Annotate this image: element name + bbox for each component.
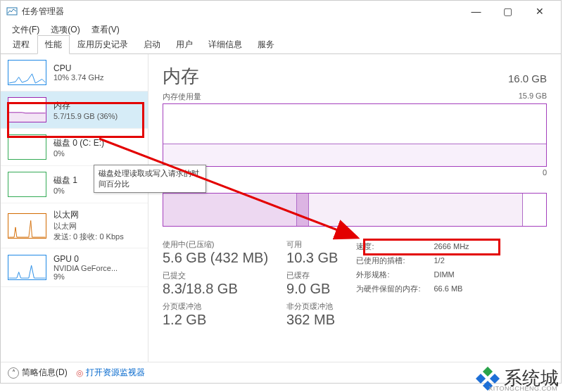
- speed-val: 2666 MHz: [434, 242, 469, 251]
- disk-tooltip: 磁盘处理读取或写入请求的时间百分比: [94, 165, 206, 193]
- sidebar-item-gpu0[interactable]: GPU 0 NVIDIA GeForce... 9%: [1, 248, 148, 287]
- memory-kv-table: 速度:2666 MHz 已使用的插槽:1/2 外形规格:DIMM 为硬件保留的内…: [356, 239, 469, 328]
- svg-rect-1: [9, 113, 46, 122]
- cpu-title: CPU: [53, 63, 104, 73]
- axis-right: 0: [543, 168, 547, 179]
- form-val: DIMM: [434, 270, 454, 279]
- tab-performance[interactable]: 性能: [37, 35, 70, 54]
- nonpaged-value: 362 MB: [286, 312, 338, 328]
- task-manager-window: 任务管理器 — ▢ ✕ 文件(F) 选项(O) 查看(V) 进程 性能 应用历史…: [0, 0, 562, 384]
- disk0-thumb: [8, 134, 46, 160]
- tab-startup[interactable]: 启动: [136, 35, 168, 54]
- memory-usage-chart[interactable]: [163, 103, 547, 167]
- reserved-val: 66.6 MB: [434, 284, 462, 293]
- tab-details[interactable]: 详细信息: [201, 35, 250, 54]
- sidebar-item-memory[interactable]: 内存 5.7/15.9 GB (36%): [1, 91, 148, 129]
- eth-subtitle: 以太网: [53, 221, 124, 232]
- total-memory: 16.0 GB: [508, 72, 547, 84]
- sidebar-item-disk0[interactable]: 磁盘 0 (C: E:) 0%: [1, 129, 148, 166]
- cpu-sub: 10% 3.74 GHz: [53, 73, 104, 82]
- committed-label: 已提交: [163, 270, 268, 281]
- form-key: 外形规格:: [356, 270, 434, 280]
- chevron-up-icon: ˄: [8, 367, 19, 379]
- fewer-details-label: 简略信息(D): [22, 367, 68, 379]
- maximize-button[interactable]: ▢: [492, 1, 524, 21]
- eth-thumb: [8, 213, 46, 239]
- tab-app-history[interactable]: 应用历史记录: [70, 35, 136, 54]
- disk0-sub: 0%: [53, 149, 104, 158]
- fewer-details-button[interactable]: ˄ 简略信息(D): [8, 367, 68, 379]
- watermark-url: XITONGCHENG.COM: [488, 385, 557, 392]
- resmon-icon: ◎: [76, 368, 83, 378]
- speed-key: 速度:: [356, 241, 434, 252]
- minimize-button[interactable]: —: [460, 1, 492, 21]
- open-resmon-label: 打开资源监视器: [86, 367, 145, 379]
- paged-label: 分页缓冲池: [163, 301, 268, 312]
- disk0-title: 磁盘 0 (C: E:): [53, 137, 104, 149]
- page-title: 内存: [163, 64, 199, 89]
- disk1-sub: 0%: [53, 186, 77, 195]
- cpu-thumb: [8, 60, 46, 85]
- tab-services[interactable]: 服务: [250, 35, 282, 54]
- sidebar-item-cpu[interactable]: CPU 10% 3.74 GHz: [1, 54, 148, 91]
- open-resmon-link[interactable]: ◎ 打开资源监视器: [76, 367, 145, 379]
- window-title: 任务管理器: [22, 6, 460, 18]
- window-controls: — ▢ ✕: [460, 1, 555, 21]
- disk1-title: 磁盘 1: [53, 175, 77, 186]
- slots-val: 1/2: [434, 256, 444, 265]
- tabbar: 进程 性能 应用历史记录 启动 用户 详细信息 服务: [1, 37, 561, 54]
- disk1-thumb: [8, 172, 46, 197]
- cached-value: 9.0 GB: [286, 281, 338, 297]
- footer-bar: ˄ 简略信息(D) ◎ 打开资源监视器: [1, 362, 561, 383]
- in-use-label: 使用中(已压缩): [163, 239, 268, 250]
- main-panel: 内存 16.0 GB 内存使用量 15.9 GB 60 秒 0: [148, 54, 561, 362]
- memory-composition-chart[interactable]: [163, 193, 547, 227]
- in-use-value: 5.6 GB (432 MB): [163, 250, 268, 266]
- reserved-key: 为硬件保留的内存:: [356, 284, 434, 294]
- memory-thumb: [8, 97, 46, 122]
- titlebar[interactable]: 任务管理器 — ▢ ✕: [1, 1, 561, 22]
- performance-sidebar: CPU 10% 3.74 GHz 内存 5.7/15.9 GB (36%) 磁盘…: [1, 54, 148, 362]
- tab-users[interactable]: 用户: [168, 35, 201, 54]
- memory-sub: 5.7/15.9 GB (36%): [53, 112, 118, 120]
- eth-title: 以太网: [53, 209, 124, 221]
- tab-processes[interactable]: 进程: [5, 35, 37, 54]
- usage-chart-max: 15.9 GB: [519, 91, 547, 102]
- gpu-title: GPU 0: [53, 254, 118, 264]
- committed-value: 8.3/18.8 GB: [163, 281, 268, 297]
- available-label: 可用: [286, 239, 338, 250]
- app-icon: [6, 6, 18, 17]
- slots-key: 已使用的插槽:: [356, 255, 434, 266]
- memory-title: 内存: [53, 100, 118, 112]
- memory-stats: 使用中(已压缩) 5.6 GB (432 MB) 已提交 8.3/18.8 GB…: [163, 239, 547, 328]
- paged-value: 1.2 GB: [163, 312, 268, 328]
- sidebar-item-ethernet[interactable]: 以太网 以太网 发送: 0 接收: 0 Kbps: [1, 203, 148, 248]
- cached-label: 已缓存: [286, 270, 338, 281]
- nonpaged-label: 非分页缓冲池: [286, 301, 338, 312]
- gpu-subtitle: NVIDIA GeForce...: [53, 264, 118, 272]
- gpu-thumb: [8, 255, 46, 280]
- content-area: CPU 10% 3.74 GHz 内存 5.7/15.9 GB (36%) 磁盘…: [1, 54, 561, 362]
- available-value: 10.3 GB: [286, 250, 338, 266]
- close-button[interactable]: ✕: [524, 1, 555, 21]
- eth-sub: 发送: 0 接收: 0 Kbps: [53, 232, 124, 242]
- gpu-sub: 9%: [53, 272, 118, 281]
- usage-chart-label: 内存使用量: [163, 91, 201, 102]
